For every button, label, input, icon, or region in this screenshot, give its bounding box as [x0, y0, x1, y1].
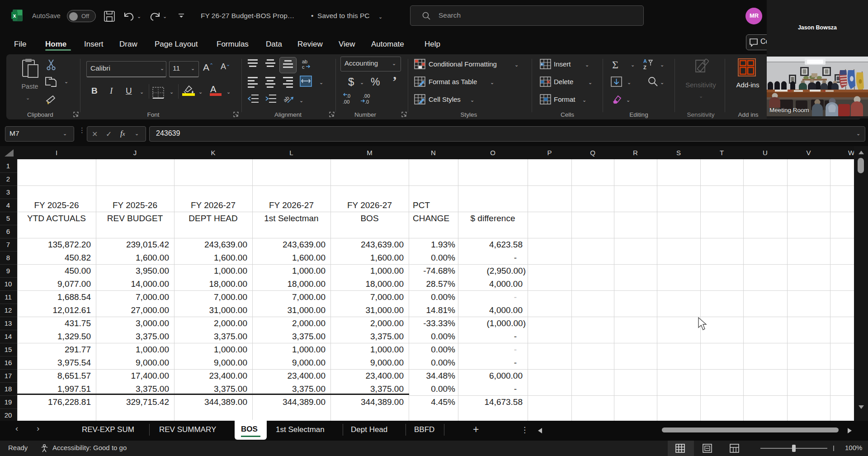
svg-text:.00: .00 — [363, 93, 370, 99]
svg-text:.0: .0 — [365, 99, 369, 104]
svg-text:A: A — [643, 58, 647, 64]
svg-text:.0: .0 — [346, 93, 350, 99]
svg-text:x: x — [13, 13, 16, 19]
svg-text:ab: ab — [302, 59, 307, 64]
svg-text:Z: Z — [643, 65, 646, 70]
svg-text:c: c — [302, 64, 305, 70]
svg-text:.00: .00 — [343, 99, 349, 104]
svg-text:ab: ab — [284, 95, 291, 104]
